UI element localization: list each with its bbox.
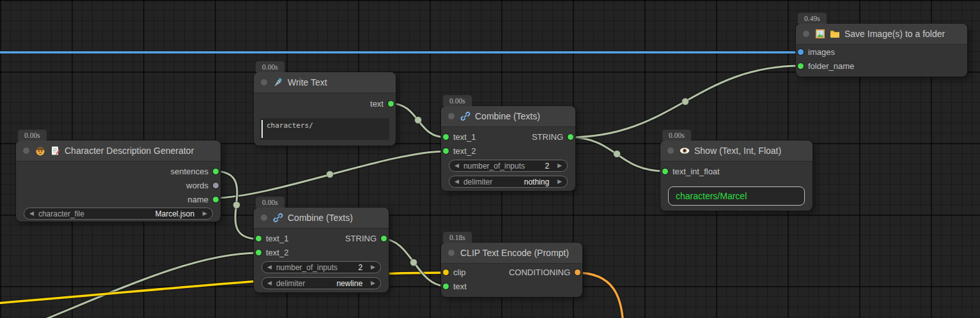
node-title-bar[interactable]: Combine (Texts) — [441, 106, 575, 127]
execution-time-badge: 0.00s — [662, 130, 691, 140]
node-combine-texts-top[interactable]: 0.00s Combine (Texts) text_1 STRING text… — [441, 106, 575, 191]
combo-value: nothing — [524, 178, 553, 186]
display-text-value: characters/Marcel — [676, 191, 747, 201]
node-title: Save Image(s) to a folder — [844, 29, 945, 39]
input-label: folder_name — [808, 61, 854, 71]
text-cursor — [261, 120, 263, 138]
combo-widget-number-of-inputs[interactable]: ◀ number_of_inputs 2 ▶ — [261, 261, 381, 273]
combo-label: delimiter — [276, 279, 305, 288]
eye-icon — [680, 146, 690, 156]
combo-left-arrow-icon[interactable]: ◀ — [455, 179, 459, 185]
node-title-bar[interactable]: Write Text — [254, 72, 396, 93]
node-graph-canvas[interactable]: 0.00s Character Description Generator se… — [0, 0, 980, 318]
combo-label: character_file — [38, 209, 84, 218]
chain-link-icon — [273, 213, 283, 223]
combo-right-arrow-icon[interactable]: ▶ — [557, 163, 562, 169]
node-show-text-int-float[interactable]: 0.00s Show (Text, Int, Float) text_int_f… — [660, 140, 813, 211]
input-port-dot[interactable] — [798, 49, 804, 55]
input-label: text_1 — [453, 132, 476, 142]
collapse-dot[interactable] — [261, 79, 267, 86]
node-title-bar[interactable]: Combine (Texts) — [254, 208, 389, 229]
node-clip-text-encode[interactable]: 0.18s CLIP Text Encode (Prompt) clip CON… — [441, 243, 582, 297]
execution-time-badge: 0.00s — [18, 130, 47, 140]
combo-widget-character-file[interactable]: ◀ character_file Marcel.json ▶ — [24, 208, 213, 220]
combo-left-arrow-icon[interactable]: ◀ — [455, 163, 459, 169]
node-character-description-generator[interactable]: 0.00s Character Description Generator se… — [16, 140, 221, 222]
output-label: STRING — [345, 234, 377, 243]
combo-label: delimiter — [463, 178, 492, 186]
input-port-dot[interactable] — [662, 169, 668, 174]
input-port-dot[interactable] — [443, 148, 449, 154]
combo-right-arrow-icon[interactable]: ▶ — [557, 179, 562, 185]
output-port-dot[interactable] — [388, 101, 394, 107]
input-port-dot[interactable] — [798, 63, 804, 69]
output-label: name — [187, 195, 208, 204]
input-label: clip — [453, 268, 466, 277]
port-row: text_2 — [441, 144, 575, 158]
node-title: Combine (Texts) — [288, 213, 353, 223]
output-port-dot[interactable] — [568, 134, 573, 140]
combo-label: number_of_inputs — [276, 263, 338, 272]
port-row: folder_name — [796, 59, 967, 73]
combo-widget-delimiter[interactable]: ◀ delimiter newline ▶ — [261, 277, 381, 289]
node-title: Write Text — [288, 77, 327, 87]
output-port-dot[interactable] — [381, 236, 387, 241]
input-label: text_2 — [266, 248, 288, 257]
execution-time-badge: 0.18s — [443, 232, 472, 243]
node-title-bar[interactable]: CLIP Text Encode (Prompt) — [441, 243, 582, 264]
port-row: text_1 STRING — [441, 130, 575, 144]
node-write-text[interactable]: 0.00s Write Text text characters/ — [254, 72, 396, 146]
input-port-dot[interactable] — [256, 250, 261, 255]
combo-right-arrow-icon[interactable]: ▶ — [371, 280, 375, 286]
port-row: text — [441, 279, 582, 293]
input-port-dot[interactable] — [443, 269, 449, 275]
collapse-dot[interactable] — [667, 148, 674, 154]
combo-left-arrow-icon[interactable]: ◀ — [267, 264, 272, 270]
node-title-bar[interactable]: Save Image(s) to a folder — [796, 24, 967, 45]
node-title-bar[interactable]: Character Description Generator — [16, 140, 221, 162]
execution-time-badge: 0.49s — [798, 13, 827, 24]
node-title: Show (Text, Int, Float) — [694, 146, 781, 156]
combo-widget-delimiter[interactable]: ◀ delimiter nothing ▶ — [449, 176, 568, 188]
output-port-dot[interactable] — [213, 169, 219, 174]
port-row: text_2 — [254, 245, 389, 259]
text-input-area[interactable]: characters/ — [260, 118, 389, 140]
chain-link-icon — [460, 111, 471, 121]
collapse-dot[interactable] — [23, 148, 29, 154]
combo-right-arrow-icon[interactable]: ▶ — [203, 211, 207, 216]
node-title: CLIP Text Encode (Prompt) — [460, 248, 569, 258]
input-port-dot[interactable] — [443, 134, 449, 140]
folder-icon — [830, 29, 840, 39]
combo-widget-number-of-inputs[interactable]: ◀ number_of_inputs 2 ▶ — [449, 160, 568, 172]
port-row: text_int_float — [660, 164, 813, 178]
input-port-dot[interactable] — [256, 236, 261, 241]
node-title-bar[interactable]: Show (Text, Int, Float) — [660, 140, 813, 162]
output-label: words — [186, 181, 208, 190]
output-row: name — [16, 192, 221, 206]
node-save-images-to-folder[interactable]: 0.49s Save Image(s) to a folder images — [796, 24, 967, 77]
port-row: text_1 STRING — [254, 231, 389, 245]
input-label: images — [808, 47, 835, 57]
combo-left-arrow-icon[interactable]: ◀ — [29, 211, 34, 216]
person-icon — [35, 146, 45, 156]
input-label: text_int_float — [673, 167, 720, 176]
display-text-box: characters/Marcel — [668, 186, 805, 206]
collapse-dot[interactable] — [803, 31, 809, 37]
wire-conditioning — [576, 273, 623, 318]
combo-left-arrow-icon[interactable]: ◀ — [267, 280, 272, 286]
output-port-dot[interactable] — [213, 183, 219, 188]
node-combine-texts-bottom[interactable]: 0.00s Combine (Texts) text_1 STRING text… — [254, 208, 389, 292]
combo-value: 2 — [545, 162, 553, 170]
collapse-dot[interactable] — [261, 215, 267, 221]
memo-icon — [50, 146, 60, 156]
combo-value: newline — [336, 279, 366, 288]
output-port-dot[interactable] — [213, 197, 219, 202]
input-port-dot[interactable] — [443, 284, 449, 289]
collapse-dot[interactable] — [448, 113, 455, 119]
collapse-dot[interactable] — [448, 250, 455, 256]
output-port-dot[interactable] — [575, 269, 580, 275]
output-row: sentences — [16, 164, 221, 178]
combo-right-arrow-icon[interactable]: ▶ — [371, 264, 375, 270]
output-row: words — [16, 178, 221, 192]
combo-value: 2 — [358, 263, 366, 272]
